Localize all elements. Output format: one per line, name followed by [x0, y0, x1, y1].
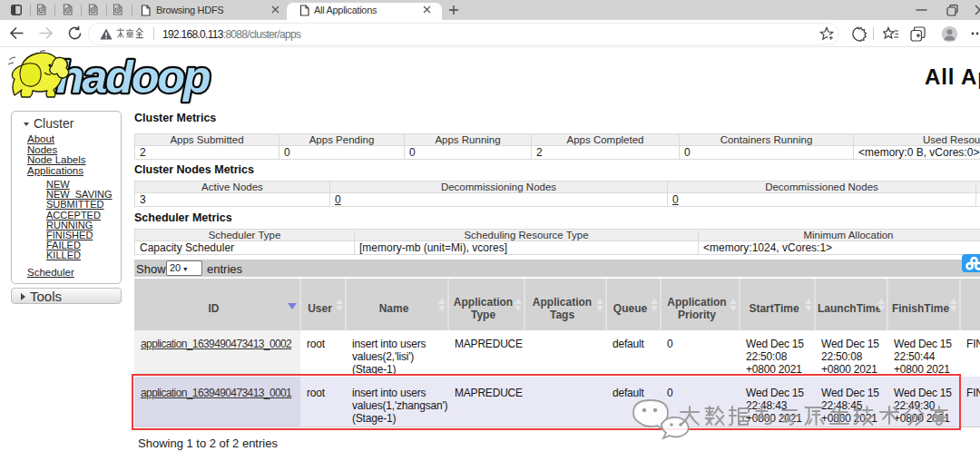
svg-text:hadoop: hadoop: [56, 52, 210, 103]
